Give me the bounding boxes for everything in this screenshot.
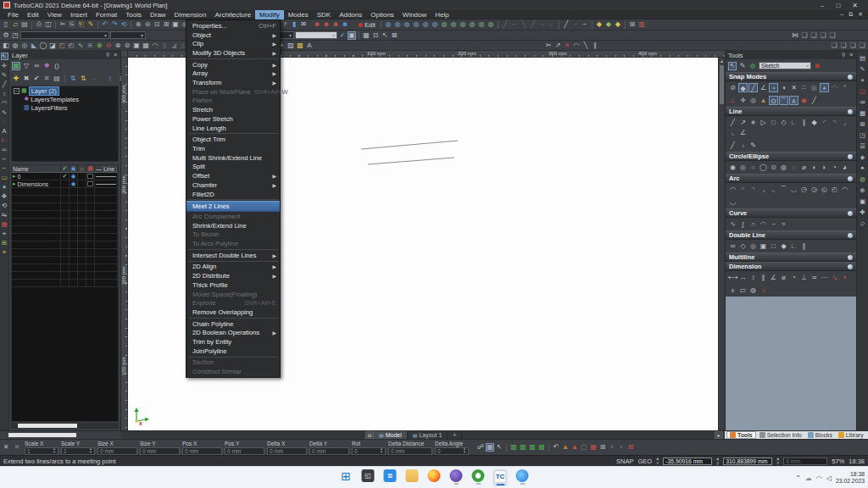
arc-center-radius-icon[interactable]: ◠ bbox=[728, 185, 737, 194]
deselect-icon[interactable]: ⊠ bbox=[390, 31, 398, 40]
arc-rotated-4-icon[interactable]: ◴ bbox=[830, 185, 839, 194]
paper-stack-1-icon[interactable]: ❏ bbox=[800, 31, 809, 40]
menu-panel-icon[interactable]: ☰ bbox=[859, 142, 866, 150]
menu-item-modify-3d-objects[interactable]: Modify 3D Objects▶ bbox=[186, 48, 280, 58]
baseline-dim-icon[interactable]: ≍ bbox=[810, 273, 819, 282]
field-input[interactable]: 0▲▼ bbox=[352, 447, 386, 455]
palette-world-icon[interactable]: ◍ bbox=[748, 62, 757, 70]
prim-wedge-icon[interactable]: ◪ bbox=[48, 42, 57, 50]
circle-tan-3-icon[interactable]: ◌ bbox=[789, 163, 798, 172]
tangent-two-arcs-icon[interactable]: ◞ bbox=[840, 118, 849, 127]
pdf-export-icon[interactable]: ▥ bbox=[637, 20, 646, 29]
prim-torus-icon[interactable]: ◯ bbox=[39, 42, 47, 50]
sphere-tool-icon[interactable]: ● bbox=[1, 183, 8, 191]
section-header[interactable]: Line bbox=[726, 107, 856, 116]
palette-tab-selection-info[interactable]: Selection Info bbox=[757, 431, 804, 439]
snap-toggle-1-icon[interactable]: ◆ bbox=[595, 20, 604, 29]
mail-icon[interactable]: ✉ bbox=[299, 20, 308, 29]
eye-cell[interactable]: ◉ bbox=[70, 180, 78, 187]
style-set-combobox[interactable]: Sketch▾ bbox=[759, 62, 811, 69]
field-input[interactable]: 0 mm bbox=[388, 447, 432, 455]
transform-panel-icon[interactable]: ◇ bbox=[859, 219, 866, 227]
segment-1-icon[interactable]: ╱ bbox=[501, 20, 509, 29]
ortho-line-icon[interactable]: ↓ bbox=[738, 141, 748, 150]
tab-layout-1[interactable]: ▤Layout 1 bbox=[408, 431, 448, 439]
free-snap-icon[interactable]: ╱ bbox=[810, 96, 819, 105]
mdi-close-button[interactable]: ✕ bbox=[858, 11, 863, 18]
show-magnetic-icon[interactable]: Ω bbox=[769, 96, 778, 105]
linestyle-cell[interactable] bbox=[95, 180, 118, 187]
snap-toggle-2-icon[interactable]: ◆ bbox=[604, 20, 613, 29]
arc-3point-icon[interactable]: ◜ bbox=[738, 185, 748, 194]
paper-stack-4-icon[interactable]: ❏ bbox=[828, 31, 837, 40]
select-all-icon[interactable]: ▦ bbox=[362, 31, 370, 40]
offset-tool-icon[interactable]: ∥ bbox=[591, 42, 599, 50]
menu-addons[interactable]: Addons bbox=[335, 10, 366, 19]
layer-palette-scrollbar[interactable] bbox=[11, 423, 119, 429]
mirror-tool-icon[interactable]: ⇋ bbox=[1, 211, 8, 219]
arc-tool-icon[interactable]: ◠ bbox=[1, 99, 8, 107]
boolean-subtract-icon[interactable]: ⊖ bbox=[104, 42, 113, 50]
menu-item-array[interactable]: Array▶ bbox=[186, 69, 280, 79]
menu-help[interactable]: Help bbox=[431, 10, 453, 19]
dark-app-icon[interactable]: ◱ bbox=[361, 469, 376, 486]
menu-item-offset[interactable]: Offset▶ bbox=[186, 171, 280, 180]
visible-check-cell[interactable] bbox=[61, 180, 70, 187]
menu-item-intersect-double-lines[interactable]: Intersect Double Lines▶ bbox=[186, 251, 280, 260]
concentric-circle-icon[interactable]: ◎ bbox=[738, 163, 748, 172]
fillet-tool-icon[interactable]: ◠ bbox=[572, 42, 581, 50]
firefox-icon[interactable] bbox=[427, 469, 442, 486]
camera-icon[interactable]: ◳ bbox=[859, 131, 866, 139]
double-perpendicular-icon[interactable]: ∟ bbox=[789, 241, 798, 251]
leader-dim-icon[interactable]: ↘ bbox=[830, 273, 839, 282]
extension-snap-icon[interactable]: ✛ bbox=[738, 96, 748, 105]
clear-layer-icon[interactable]: ✖ bbox=[42, 75, 51, 83]
arc-tangent-icon[interactable]: ◝ bbox=[748, 185, 758, 194]
line-icon[interactable]: ╱ bbox=[728, 118, 737, 127]
view-iso-icon[interactable]: ◍ bbox=[440, 20, 448, 29]
layer-tree-item[interactable]: ❖LayersTemplates bbox=[12, 95, 118, 103]
undo-icon[interactable]: ↶ bbox=[101, 20, 109, 29]
menu-item-remove-overlapping[interactable]: Remove Overlapping bbox=[186, 308, 280, 317]
ellipse-rotated-icon[interactable]: ◗ bbox=[820, 163, 829, 172]
open-icon[interactable]: ▱ bbox=[11, 20, 19, 29]
layer-group-icon[interactable]: () bbox=[53, 62, 61, 70]
onedrive-cloud-icon[interactable]: ☁ bbox=[805, 474, 812, 482]
dash-style-icon[interactable]: − bbox=[581, 20, 589, 29]
green-handle-2-icon[interactable]: ▩ bbox=[519, 443, 527, 452]
segment-2-icon[interactable]: − bbox=[510, 20, 519, 29]
prim-sphere-icon[interactable]: ◍ bbox=[11, 42, 19, 50]
tip-of-day-icon[interactable]: ▮ bbox=[290, 20, 298, 29]
purple-app-icon[interactable] bbox=[449, 469, 464, 486]
pen-tool-icon[interactable]: ✎ bbox=[1, 71, 8, 79]
tangent-to-arc-icon[interactable]: ◜ bbox=[820, 118, 829, 127]
user-blue-icon[interactable]: ☻ bbox=[341, 20, 349, 29]
layer-row[interactable]: ▸Dimensions◉ bbox=[12, 180, 118, 188]
menu-item-chain-polyline[interactable]: Chain Polyline bbox=[186, 319, 280, 329]
undo-coord-icon[interactable]: ↶ bbox=[552, 443, 560, 452]
redline-pen-icon[interactable]: ✎ bbox=[859, 65, 866, 73]
grid-select-icon[interactable]: ▦ bbox=[486, 443, 494, 452]
zoom-page-icon[interactable]: ▣ bbox=[171, 20, 180, 29]
close-icon[interactable]: ✕ bbox=[849, 52, 854, 58]
grid-panel-icon[interactable]: ⊞ bbox=[859, 120, 866, 128]
arc-concentric-icon[interactable]: ◟ bbox=[769, 185, 778, 194]
menu-modes[interactable]: Modes bbox=[284, 10, 313, 19]
new-icon[interactable]: ▯ bbox=[2, 20, 10, 29]
ordinate-dim-icon[interactable]: ⊥ bbox=[799, 273, 809, 282]
datum-dim-icon[interactable]: ▭ bbox=[738, 286, 748, 295]
paper-stack-2-icon[interactable]: ❏ bbox=[810, 31, 818, 40]
double-polygon-icon[interactable]: ◇ bbox=[738, 241, 748, 251]
linear-dim-icon[interactable]: ↔ bbox=[738, 273, 748, 282]
speaker-icon[interactable]: ◁ bbox=[826, 474, 832, 482]
polyline-tool-icon[interactable]: ⌐ bbox=[1, 155, 8, 163]
section-header[interactable]: Curve bbox=[726, 208, 856, 218]
save-icon[interactable]: ▤ bbox=[20, 20, 29, 29]
x-coordinate-field[interactable]: -35,90916 mm bbox=[663, 458, 712, 465]
workplane-world-icon[interactable]: ◍ bbox=[384, 20, 392, 29]
linestyle-cell[interactable] bbox=[95, 173, 118, 180]
visible-check-column-header[interactable]: ✔ bbox=[61, 165, 70, 172]
no-snap-icon[interactable]: ⊘ bbox=[728, 83, 737, 92]
warn-orange-icon[interactable]: ▲ bbox=[561, 443, 570, 452]
angular-dim-icon[interactable]: ∠ bbox=[769, 273, 778, 282]
